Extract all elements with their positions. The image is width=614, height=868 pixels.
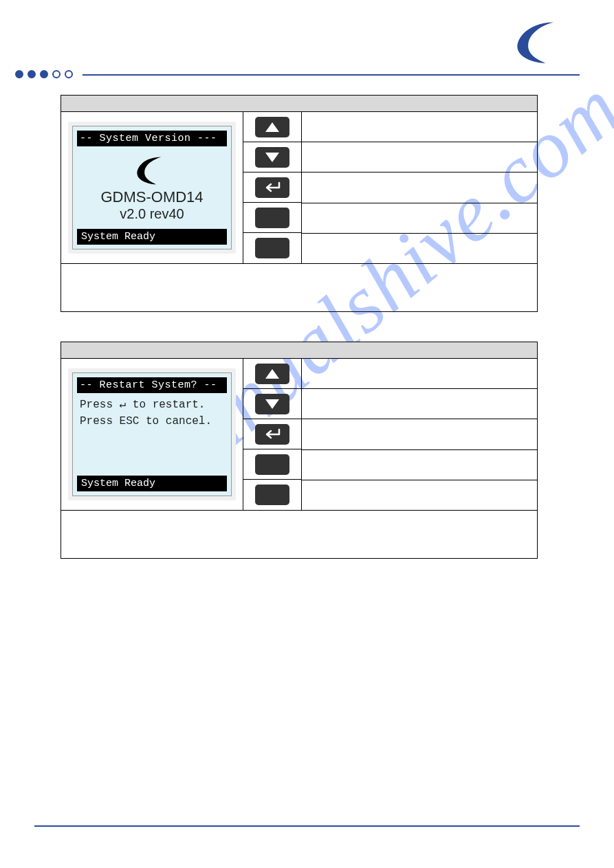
decoration-dots — [15, 70, 73, 78]
button-cell-up — [243, 359, 302, 389]
lcd-version: v2.0 rev40 — [120, 206, 184, 222]
description-up — [302, 359, 537, 389]
brand-logo — [507, 19, 569, 67]
lcd-instruction-1: Press ↵ to restart. — [73, 393, 231, 415]
description-down — [302, 389, 537, 419]
footer-rule — [34, 825, 580, 827]
button-cell-down — [243, 142, 302, 173]
down-button-icon — [255, 394, 289, 414]
button-cell-enter — [243, 419, 302, 449]
lcd-title: -- Restart System? -- — [77, 377, 227, 393]
lcd-logo-icon — [131, 154, 173, 188]
table-header — [61, 96, 537, 112]
description-down — [302, 142, 537, 173]
button-cell-up — [243, 112, 302, 142]
table-system-version: -- System Version --- GDMS-OMD14 v2.0 re… — [61, 95, 538, 312]
lcd-title: -- System Version --- — [77, 131, 227, 146]
button-cell-blank-1 — [243, 449, 302, 480]
table-header — [61, 342, 537, 359]
notes-row — [61, 510, 537, 558]
enter-button-icon — [255, 177, 289, 198]
description-blank-1 — [302, 203, 537, 234]
lcd-screenshot-cell: -- System Version --- GDMS-OMD14 v2.0 re… — [61, 112, 243, 263]
blank-button-icon — [255, 208, 289, 228]
button-cell-blank-1 — [243, 203, 302, 233]
button-cell-blank-2 — [243, 233, 302, 263]
button-cell-blank-2 — [243, 480, 302, 510]
lcd-product-name: GDMS-OMD14 — [100, 188, 203, 206]
description-enter — [302, 173, 537, 203]
lcd-status: System Ready — [77, 229, 227, 245]
description-blank-1 — [302, 450, 537, 480]
blank-button-icon — [255, 238, 289, 258]
lcd-screenshot-cell: -- Restart System? -- Press ↵ to restart… — [61, 359, 243, 510]
description-blank-2 — [302, 480, 537, 510]
up-button-icon — [255, 117, 289, 137]
description-up — [302, 112, 537, 142]
table-restart-system: -- Restart System? -- Press ↵ to restart… — [61, 342, 538, 559]
description-blank-2 — [302, 234, 537, 263]
button-cell-enter — [243, 173, 302, 203]
header-rule — [83, 74, 580, 76]
blank-button-icon — [255, 485, 289, 505]
enter-button-icon — [255, 424, 289, 445]
lcd-panel: -- System Version --- GDMS-OMD14 v2.0 re… — [68, 122, 236, 254]
lcd-panel: -- Restart System? -- Press ↵ to restart… — [68, 368, 236, 500]
description-enter — [302, 419, 537, 449]
down-button-icon — [255, 147, 289, 168]
notes-row — [61, 263, 537, 311]
lcd-status: System Ready — [77, 476, 227, 491]
button-cell-down — [243, 389, 302, 419]
up-button-icon — [255, 364, 289, 384]
lcd-instruction-2: Press ESC to cancel. — [73, 415, 231, 432]
blank-button-icon — [255, 454, 289, 475]
